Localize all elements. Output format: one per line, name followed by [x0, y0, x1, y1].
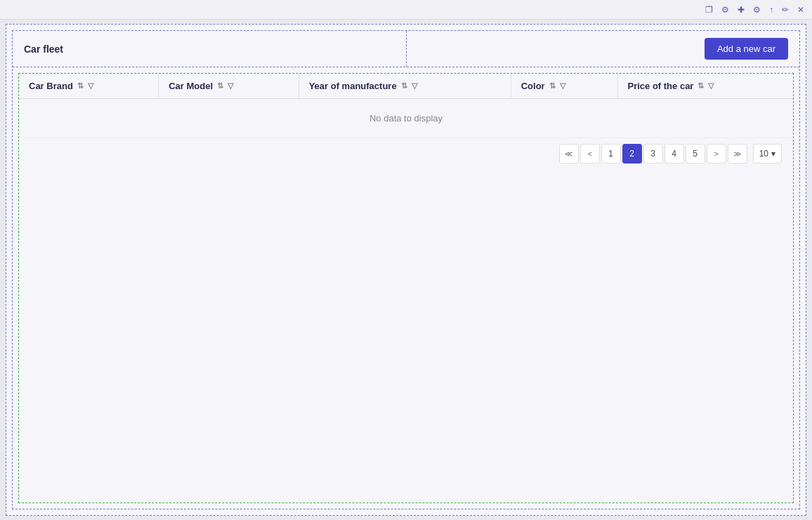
- last-page-button[interactable]: ≫: [728, 144, 747, 164]
- table-container: Car Brand ⇅ ▽ Car Model ⇅ ▽: [18, 73, 794, 503]
- page-2-button[interactable]: 2: [622, 144, 642, 164]
- col-car-brand: Car Brand ⇅ ▽: [19, 74, 159, 99]
- col-year-sort-icon[interactable]: ⇅: [401, 81, 407, 91]
- config-icon[interactable]: ⚙: [751, 4, 763, 16]
- page-5-button[interactable]: 5: [686, 144, 705, 164]
- col-year-filter-icon[interactable]: ▽: [412, 81, 417, 91]
- page-size-selector[interactable]: 10 ▾: [753, 144, 782, 164]
- header-bar: Car fleet Add a new car: [13, 31, 799, 67]
- table-header-row: Car Brand ⇅ ▽ Car Model ⇅ ▽: [19, 74, 793, 99]
- col-year-of-manufacture-label: Year of manufacture: [309, 81, 397, 91]
- prev-page-button[interactable]: <: [580, 144, 600, 164]
- col-color: Color ⇅ ▽: [511, 74, 617, 99]
- col-year-of-manufacture: Year of manufacture ⇅ ▽: [299, 74, 511, 99]
- col-price-label: Price of the car: [628, 81, 694, 91]
- first-page-button[interactable]: ≪: [559, 144, 579, 164]
- col-color-sort-icon[interactable]: ⇅: [549, 81, 556, 91]
- col-car-model: Car Model ⇅ ▽: [159, 74, 299, 99]
- page-4-button[interactable]: 4: [664, 144, 684, 164]
- no-data-row: No data to display: [19, 99, 793, 138]
- top-toolbar: ❐ ⚙ ✚ ⚙ ↑ ✏ ✕: [0, 0, 812, 20]
- page-1-button[interactable]: 1: [601, 144, 621, 164]
- no-data-message: No data to display: [19, 99, 793, 138]
- col-color-filter-icon[interactable]: ▽: [560, 81, 565, 91]
- col-car-brand-sort-icon[interactable]: ⇅: [77, 81, 84, 91]
- col-car-brand-filter-icon[interactable]: ▽: [88, 81, 93, 91]
- add-new-car-button[interactable]: Add a new car: [705, 38, 788, 60]
- settings-icon[interactable]: ⚙: [719, 4, 731, 16]
- page-size-value: 10: [759, 149, 768, 159]
- col-price-filter-icon[interactable]: ▽: [708, 81, 714, 91]
- col-car-model-sort-icon[interactable]: ⇅: [217, 81, 223, 91]
- copy-icon[interactable]: ❐: [703, 4, 715, 16]
- outer-container: Car fleet Add a new car Car Brand ⇅ ▽: [6, 24, 806, 516]
- next-page-button[interactable]: >: [707, 144, 726, 164]
- chevron-down-icon: ▾: [771, 149, 775, 159]
- pagination: ≪ < 1 2 3 4 5 > ≫ 10 ▾: [19, 138, 793, 169]
- inner-container: Car fleet Add a new car Car Brand ⇅ ▽: [12, 30, 800, 509]
- col-price-sort-icon[interactable]: ⇅: [698, 81, 704, 91]
- header-divider: [406, 31, 407, 67]
- car-fleet-table: Car Brand ⇅ ▽ Car Model ⇅ ▽: [19, 74, 793, 138]
- edit-icon[interactable]: ✏: [780, 4, 791, 16]
- page-title: Car fleet: [24, 44, 63, 55]
- col-car-brand-label: Car Brand: [29, 81, 73, 91]
- close-icon[interactable]: ✕: [795, 4, 806, 16]
- col-car-model-label: Car Model: [169, 81, 213, 91]
- page-3-button[interactable]: 3: [643, 144, 663, 164]
- add-icon[interactable]: ✚: [735, 4, 747, 16]
- col-color-label: Color: [521, 81, 545, 91]
- col-car-model-filter-icon[interactable]: ▽: [228, 81, 233, 91]
- col-price: Price of the car ⇅ ▽: [617, 74, 793, 99]
- upload-icon[interactable]: ↑: [767, 4, 775, 16]
